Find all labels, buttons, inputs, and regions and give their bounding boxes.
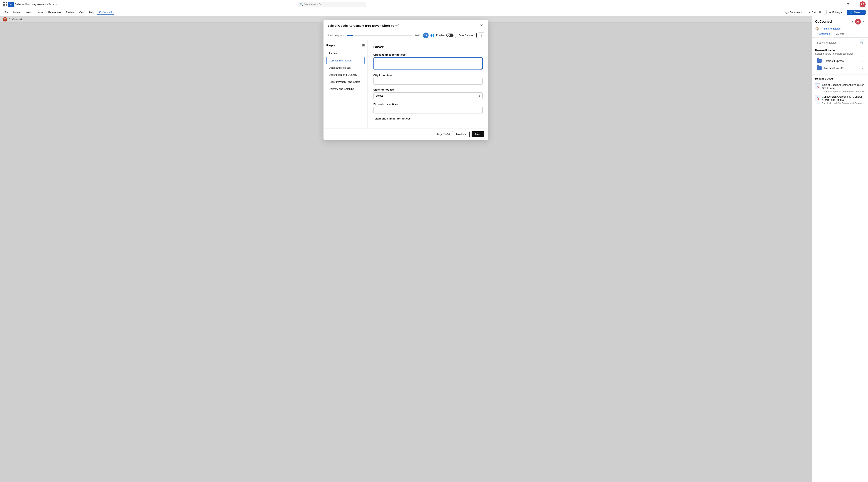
progress-actions: TR 👥 Preview ✕ Save & close ⋮ [423,32,484,38]
tab-templates[interactable]: Templates [815,31,833,37]
doc-icon-badge-1 [817,98,819,100]
chevron-right-icon-2: › [862,67,863,70]
search-templates-button[interactable]: 🔍 [859,39,865,46]
modal-overlay: Sale of Goods Agreement (Pro-Buyer, Shor… [0,16,812,482]
pages-expand-icon[interactable]: ⊞ [362,43,365,47]
preview-label: Preview [436,34,445,37]
label-zip: Zip code for notices [373,103,483,106]
folder-icon-2 [817,66,822,70]
recent-item-0[interactable]: ≡ Sale of Goods Agreement (Pro-Buyer, Sh… [815,82,865,94]
label-street-address: Street address for notices [373,53,483,56]
comments-button[interactable]: 💬 Comments [783,10,804,15]
library-item-contract-express[interactable]: Contract Express › [815,57,865,64]
library-item-practical-law[interactable]: Practical Law US › [815,64,865,72]
progress-label: Total progress [328,34,344,37]
menu-home[interactable]: Home [11,10,22,15]
preview-toggle-pill[interactable]: ✕ [446,34,454,37]
page-item-delivery[interactable]: Delivery and Shipping [326,86,365,92]
select-state[interactable]: Select Alabama Alaska California New Yor… [373,92,483,99]
previous-button[interactable]: Previous [452,131,470,137]
right-panel-header: CoCounsel ✦ AB ✕ [812,16,868,26]
browse-subtitle: Select a library to explore templates. [815,53,865,55]
modal-header: Sale of Goods Agreement (Pro-Buyer, Shor… [323,20,488,30]
recent-item-name-0: Sale of Goods Agreement (Pro-Buyer, Shor… [822,83,865,90]
editing-button[interactable]: ✏ Editing ▾ [827,10,845,15]
chevron-down-icon: ▾ [861,11,863,14]
avatar: AB [860,1,866,7]
tab-my-work[interactable]: My work [833,31,848,37]
user-avatar: TR [423,33,429,38]
input-zip[interactable] [373,107,483,114]
collapse-button[interactable]: ✕ [862,20,865,23]
menu-layout[interactable]: Layout [34,10,45,15]
doc-title-text: Sales of Goods Agreement [15,3,46,6]
recent-item-path-1: Practical Law US / Commercial Contracts [822,102,865,104]
chevron-right-icon: › [862,59,863,62]
search-icon: 🔍 [860,41,864,44]
right-panel-avatar: AB [855,19,861,25]
input-street-address[interactable] [373,58,483,69]
page-item-contact[interactable]: Contact information [326,57,365,64]
menu-bar: File Home Insert Layout References Revie… [0,9,868,16]
doc-icon-1: ≡ [815,95,820,101]
search-templates-input[interactable] [815,40,857,46]
menu-cocounsel[interactable]: CoCounsel [97,10,114,15]
right-panel-title: CoCounsel [815,20,832,24]
edit-icon: ✏ [829,11,831,14]
form-panel: Buyer Street address for notices City fo… [368,40,488,129]
folder-icon [817,59,822,63]
menu-review[interactable]: Review [64,10,76,15]
save-close-button[interactable]: Save & close [455,33,476,38]
page-item-price[interactable]: Price, Payment, and Setoff [326,78,365,85]
catchup-icon: ↗ [808,11,811,14]
nav-icon-row: 🏠 | Find templates [812,26,868,31]
select-wrapper-state: Select Alabama Alaska California New Yor… [373,92,483,99]
waffle-icon[interactable] [2,2,7,7]
next-button[interactable]: Next [472,131,484,137]
browse-libraries-section: Browse libraries Select a library to exp… [812,48,868,73]
menu-insert[interactable]: Insert [23,10,33,15]
modal-close-button[interactable]: ✕ [479,23,484,28]
recently-used-section: Recently used ≡ Sale of Goods Agreement … [812,76,868,107]
recent-item-1[interactable]: ≡ Confidentiality Agreement - General (S… [815,94,865,106]
more-button[interactable]: ··· [852,2,858,7]
menu-help[interactable]: Help [87,10,96,15]
field-street-address: Street address for notices [373,53,483,70]
home-icon[interactable]: 🏠 [815,27,819,31]
find-templates-link[interactable]: Find templates [824,27,840,30]
toggle-x-icon: ✕ [447,34,450,37]
label-telephone: Telephone number for notices [373,117,483,120]
page-item-parties[interactable]: Parties [326,50,365,57]
menu-view[interactable]: View [77,10,86,15]
pages-header: Pages ⊞ [326,43,365,47]
modal-dialog: Sale of Goods Agreement (Pro-Buyer, Shor… [323,20,488,140]
chevron-down-icon[interactable]: ▾ [56,3,58,6]
right-tabs: Templates My work [812,31,868,37]
recent-item-info-1: Confidentiality Agreement - General (Sho… [822,95,865,105]
library-label-practical-law: Practical Law US [824,67,860,70]
preview-toggle: Preview ✕ [436,34,454,37]
page-item-description[interactable]: Description and Quantity [326,71,365,78]
people-icon[interactable]: 👥 [430,33,435,37]
library-label-contract-express: Contract Express [824,59,860,62]
menu-references[interactable]: References [46,10,63,15]
recent-item-path-0: Contract Express / Commercial Contracts [822,90,865,93]
progress-track [347,35,412,36]
doc-icon-0: ≡ [815,83,820,89]
top-actions: ⚙ ··· AB [845,1,866,7]
pin-button[interactable]: ✦ [851,20,854,24]
browse-title: Browse libraries [815,49,865,52]
doc-title: Sales of Goods Agreement · Saved ▾ [15,3,58,6]
input-city[interactable] [373,78,483,85]
search-bar[interactable]: 🔍 Search (Alt + Q) [298,2,366,7]
page-item-dates[interactable]: Dates and Recitals [326,64,365,71]
catchup-button[interactable]: ↗ Catch Up [806,10,825,15]
modal-more-button[interactable]: ⋮ [478,32,484,38]
menu-file[interactable]: File [2,10,10,15]
field-telephone: Telephone number for notices [373,117,483,120]
form-section-title: Buyer [373,45,483,49]
share-button[interactable]: 👤 Share ▾ [847,10,866,15]
search-templates-row: 🔍 [812,37,868,48]
share-icon: 👤 [849,11,853,14]
settings-button[interactable]: ⚙ [845,2,850,7]
